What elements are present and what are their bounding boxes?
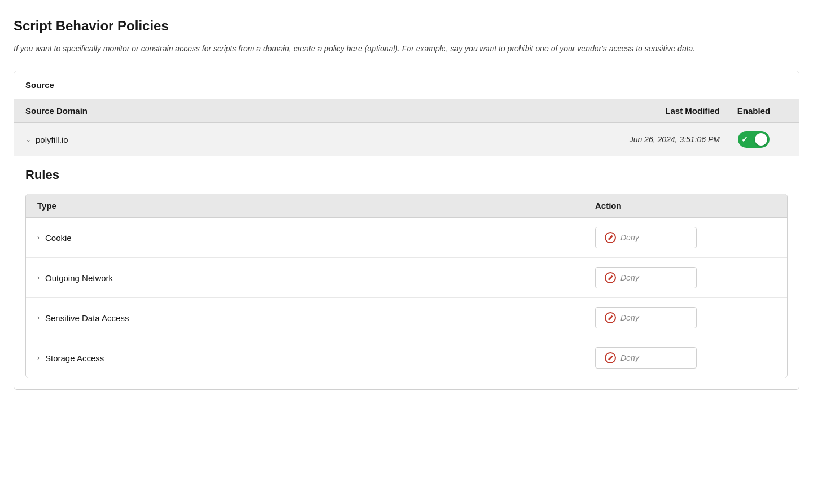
rule-type-cookie: › Cookie (37, 233, 595, 243)
rule-row-cookie: › Cookie Deny (26, 218, 787, 258)
toggle-check-icon: ✓ (741, 135, 748, 144)
rule-type-sensitive: › Sensitive Data Access (37, 313, 595, 323)
col-header-last-modified: Last Modified (573, 106, 720, 116)
deny-icon (605, 272, 616, 283)
action-badge-cookie[interactable]: Deny (595, 227, 697, 248)
rules-section: Rules Type Action › Cookie Deny (14, 156, 799, 378)
chevron-down-icon[interactable]: ⌄ (25, 135, 31, 143)
rules-table-header: Type Action (26, 194, 787, 218)
rule-action-cookie: Deny (595, 227, 776, 248)
deny-icon (605, 312, 616, 323)
rules-table: Type Action › Cookie Deny › (25, 194, 788, 378)
toggle-knob (755, 133, 767, 146)
chevron-right-icon[interactable]: › (37, 234, 40, 242)
chevron-right-icon[interactable]: › (37, 274, 40, 282)
enabled-toggle[interactable]: ✓ (738, 131, 770, 148)
rule-row-storage-access: › Storage Access Deny (26, 338, 787, 378)
rule-type-outgoing: › Outgoing Network (37, 273, 595, 283)
chevron-right-icon[interactable]: › (37, 314, 40, 322)
rule-action-sensitive: Deny (595, 307, 776, 328)
rule-row-sensitive-data: › Sensitive Data Access Deny (26, 298, 787, 338)
col-header-enabled: Enabled (720, 106, 788, 116)
col-header-domain: Source Domain (25, 106, 573, 116)
rule-action-outgoing: Deny (595, 267, 776, 288)
action-badge-storage[interactable]: Deny (595, 347, 697, 369)
domain-name-col: ⌄ polyfill.io (25, 135, 573, 144)
source-policies-card: Source Source Domain Last Modified Enabl… (14, 71, 799, 390)
source-section-header: Source (14, 71, 799, 99)
rule-action-storage: Deny (595, 347, 776, 369)
rules-title: Rules (25, 168, 788, 182)
rule-row-outgoing-network: › Outgoing Network Deny (26, 258, 787, 298)
deny-icon (605, 352, 616, 363)
action-badge-outgoing[interactable]: Deny (595, 267, 697, 288)
chevron-right-icon[interactable]: › (37, 354, 40, 362)
page-title: Script Behavior Policies (14, 18, 799, 34)
page-description: If you want to specifically monitor or c… (14, 43, 799, 55)
col-header-type: Type (37, 201, 595, 211)
deny-icon (605, 232, 616, 243)
action-badge-sensitive[interactable]: Deny (595, 307, 697, 328)
domain-value: polyfill.io (36, 135, 68, 144)
domain-last-modified: Jun 26, 2024, 3:51:06 PM (573, 135, 720, 144)
rule-type-storage: › Storage Access (37, 353, 595, 363)
col-header-action: Action (595, 201, 776, 211)
domain-enabled-toggle-col: ✓ (720, 131, 788, 148)
source-table-header: Source Domain Last Modified Enabled (14, 99, 799, 123)
domain-row: ⌄ polyfill.io Jun 26, 2024, 3:51:06 PM ✓ (14, 123, 799, 156)
